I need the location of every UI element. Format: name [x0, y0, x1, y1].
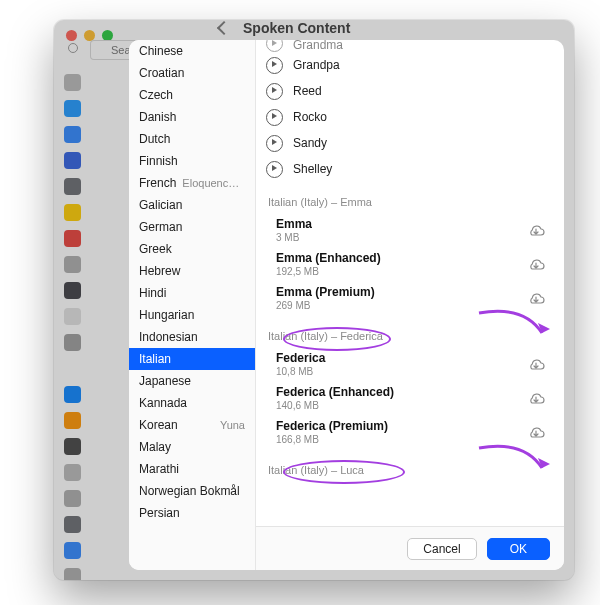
voice-list[interactable]: GrandmaGrandpaReedRockoSandyShelleyItali… [256, 40, 564, 526]
preferences-window: Spoken Content Lock ScreenTouch ID & Pas… [54, 20, 574, 580]
voice-name: Federica (Premium) [276, 420, 388, 433]
voice-size: 3 MB [276, 231, 312, 244]
language-name: Norwegian Bokmål [139, 484, 240, 498]
language-sub: Yuna [220, 419, 245, 431]
voice-name: Federica [276, 352, 325, 365]
language-item[interactable]: Hungarian [129, 304, 255, 326]
language-item[interactable]: Persian [129, 502, 255, 524]
voice-name: Sandy [293, 136, 327, 150]
language-sub: Eloquence (E... [182, 177, 245, 189]
language-item[interactable]: Czech [129, 84, 255, 106]
language-item[interactable]: Galician [129, 194, 255, 216]
voice-size: 10,8 MB [276, 365, 325, 378]
voice-download-row[interactable]: Emma3 MB [256, 214, 560, 248]
voice-row[interactable]: Shelley [256, 156, 560, 182]
play-icon[interactable] [266, 83, 283, 100]
ok-button[interactable]: OK [487, 538, 550, 560]
language-name: Greek [139, 242, 172, 256]
language-name: Dutch [139, 132, 170, 146]
voice-name: Emma [276, 218, 312, 231]
voice-row[interactable]: Sandy [256, 130, 560, 156]
language-item[interactable]: Hindi [129, 282, 255, 304]
language-item[interactable]: FrenchEloquence (E... [129, 172, 255, 194]
language-name: Czech [139, 88, 173, 102]
voice-size: 192,5 MB [276, 265, 381, 278]
language-item[interactable]: Danish [129, 106, 255, 128]
language-name: Indonesian [139, 330, 198, 344]
play-icon[interactable] [266, 40, 283, 52]
voice-download-row[interactable]: Federica (Enhanced)140,6 MB [256, 382, 560, 416]
voice-download-row[interactable]: Emma (Enhanced)192,5 MB [256, 248, 560, 282]
play-icon[interactable] [266, 57, 283, 74]
language-name: Croatian [139, 66, 184, 80]
voice-name: Rocko [293, 110, 327, 124]
voice-panel: GrandmaGrandpaReedRockoSandyShelleyItali… [256, 40, 564, 570]
language-name: French [139, 176, 176, 190]
voice-name: Emma (Enhanced) [276, 252, 381, 265]
voice-row[interactable]: Grandma [256, 40, 560, 52]
language-item[interactable]: Japanese [129, 370, 255, 392]
download-icon[interactable] [526, 426, 546, 440]
language-item[interactable]: Marathi [129, 458, 255, 480]
download-icon[interactable] [526, 292, 546, 306]
voice-name: Reed [293, 84, 322, 98]
language-name: Chinese [139, 44, 183, 58]
language-name: Marathi [139, 462, 179, 476]
language-list[interactable]: ChineseCroatianCzechDanishDutchFinnishFr… [129, 40, 256, 570]
language-item[interactable]: Greek [129, 238, 255, 260]
voice-name: Grandpa [293, 58, 340, 72]
language-item[interactable]: Italian [129, 348, 255, 370]
voice-name: Emma (Premium) [276, 286, 375, 299]
voice-download-row[interactable]: Emma (Premium)269 MB [256, 282, 560, 316]
voice-download-row[interactable]: Federica10,8 MB [256, 348, 560, 382]
language-item[interactable]: Indonesian [129, 326, 255, 348]
language-item[interactable]: Hebrew [129, 260, 255, 282]
voice-name: Grandma [293, 40, 343, 52]
language-item[interactable]: Chinese [129, 40, 255, 62]
voice-download-row[interactable]: Federica (Premium)166,8 MB [256, 416, 560, 450]
language-name: Hebrew [139, 264, 180, 278]
language-name: Danish [139, 110, 176, 124]
voice-size: 166,8 MB [276, 433, 388, 446]
language-name: Malay [139, 440, 171, 454]
voice-row[interactable]: Rocko [256, 104, 560, 130]
play-icon[interactable] [266, 161, 283, 178]
language-item[interactable]: KoreanYuna [129, 414, 255, 436]
voice-size: 140,6 MB [276, 399, 394, 412]
language-name: Hungarian [139, 308, 194, 322]
voice-name: Shelley [293, 162, 332, 176]
language-name: Japanese [139, 374, 191, 388]
play-icon[interactable] [266, 135, 283, 152]
download-icon[interactable] [526, 258, 546, 272]
voice-name: Federica (Enhanced) [276, 386, 394, 399]
voice-group-title: Italian (Italy) – Luca [256, 450, 560, 482]
download-icon[interactable] [526, 224, 546, 238]
voice-row[interactable]: Grandpa [256, 52, 560, 78]
voice-group-title: Italian (Italy) – Federica [256, 316, 560, 348]
language-item[interactable]: Kannada [129, 392, 255, 414]
language-name: Hindi [139, 286, 166, 300]
language-item[interactable]: Dutch [129, 128, 255, 150]
voice-group-title: Italian (Italy) – Emma [256, 182, 560, 214]
voice-selection-modal: ChineseCroatianCzechDanishDutchFinnishFr… [129, 40, 564, 570]
play-icon[interactable] [266, 109, 283, 126]
language-item[interactable]: German [129, 216, 255, 238]
language-item[interactable]: Norwegian Bokmål [129, 480, 255, 502]
cancel-button[interactable]: Cancel [407, 538, 476, 560]
language-name: German [139, 220, 182, 234]
voice-row[interactable]: Reed [256, 78, 560, 104]
download-icon[interactable] [526, 358, 546, 372]
download-icon[interactable] [526, 392, 546, 406]
language-name: Persian [139, 506, 180, 520]
language-name: Galician [139, 198, 182, 212]
language-name: Finnish [139, 154, 178, 168]
language-name: Korean [139, 418, 178, 432]
language-item[interactable]: Croatian [129, 62, 255, 84]
language-name: Italian [139, 352, 171, 366]
language-name: Kannada [139, 396, 187, 410]
voice-size: 269 MB [276, 299, 375, 312]
language-item[interactable]: Finnish [129, 150, 255, 172]
modal-footer: Cancel OK [256, 526, 564, 570]
language-item[interactable]: Malay [129, 436, 255, 458]
